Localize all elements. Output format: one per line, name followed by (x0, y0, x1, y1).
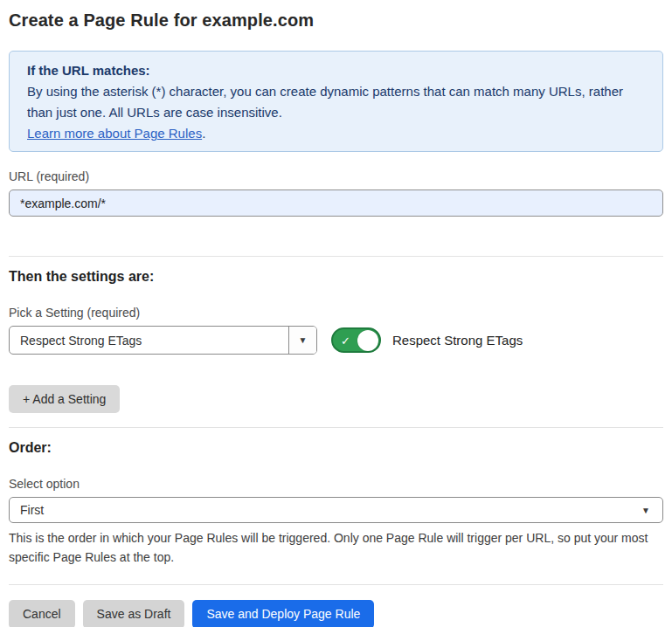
toggle-knob (357, 330, 378, 351)
footer-divider (9, 584, 663, 585)
section-divider (9, 427, 663, 428)
settings-heading: Then the settings are: (9, 269, 663, 285)
order-select-label: Select option (9, 477, 663, 491)
order-heading: Order: (9, 440, 663, 456)
url-match-info-box: If the URL matches: By using the asteris… (9, 51, 663, 152)
info-box-heading: If the URL matches: (27, 60, 645, 81)
pick-setting-label: Pick a Setting (required) (9, 306, 663, 320)
page-title: Create a Page Rule for example.com (9, 10, 663, 31)
setting-dropdown-caret-button[interactable]: ▼ (288, 327, 316, 354)
order-help-text: This is the order in which your Page Rul… (9, 528, 660, 567)
order-select[interactable]: First ▼ (9, 497, 663, 523)
page-rule-form: Create a Page Rule for example.com If th… (0, 0, 672, 627)
link-suffix: . (202, 126, 205, 141)
caret-down-icon: ▼ (641, 506, 662, 515)
add-setting-button[interactable]: + Add a Setting (9, 385, 120, 413)
setting-dropdown[interactable]: Respect Strong ETags ▼ (9, 326, 317, 355)
section-divider (9, 256, 663, 257)
setting-toggle[interactable]: ✓ (331, 327, 381, 353)
save-draft-button[interactable]: Save as Draft (83, 600, 185, 627)
url-input[interactable] (9, 189, 663, 217)
save-deploy-button[interactable]: Save and Deploy Page Rule (192, 600, 374, 627)
caret-down-icon: ▼ (299, 336, 308, 345)
toggle-label: Respect Strong ETags (392, 333, 523, 348)
footer-buttons: Cancel Save as Draft Save and Deploy Pag… (9, 600, 663, 627)
info-box-body: By using the asterisk (*) character, you… (27, 84, 623, 120)
setting-dropdown-value: Respect Strong ETags (10, 327, 288, 354)
setting-row: Respect Strong ETags ▼ ✓ Respect Strong … (9, 326, 663, 355)
learn-more-link[interactable]: Learn more about Page Rules (27, 126, 202, 141)
url-field-label: URL (required) (9, 169, 663, 183)
check-icon: ✓ (341, 334, 350, 346)
order-select-value: First (10, 503, 641, 517)
cancel-button[interactable]: Cancel (9, 600, 75, 627)
